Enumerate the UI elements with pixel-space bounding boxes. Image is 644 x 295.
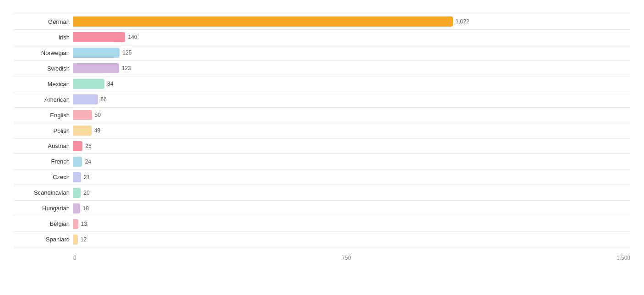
bar-track: 123 (73, 63, 630, 73)
bar-fill (73, 188, 81, 198)
bar-label: German (14, 18, 73, 25)
bar-row: English50 (14, 108, 630, 123)
bar-track: 13 (73, 219, 630, 229)
bar-fill (73, 32, 125, 42)
bar-value: 125 (122, 49, 131, 56)
bar-track: 24 (73, 157, 630, 167)
x-tick: 0 (73, 255, 76, 261)
bar-track: 18 (73, 203, 630, 213)
x-tick: 1,500 (617, 255, 630, 261)
bar-label: Mexican (14, 81, 73, 87)
bar-row: Belgian13 (14, 216, 630, 232)
bar-label: Scandinavian (14, 189, 73, 196)
bar-label: Polish (14, 127, 73, 134)
bar-label: Spaniard (14, 236, 73, 243)
x-axis: 07501,500 (73, 255, 630, 261)
bar-value: 18 (83, 205, 89, 212)
bar-row: Hungarian18 (14, 201, 630, 216)
bar-fill (73, 110, 92, 120)
bar-fill (73, 157, 82, 167)
bar-label: Hungarian (14, 205, 73, 212)
bar-row: Norwegian125 (14, 45, 630, 61)
bar-row: American66 (14, 92, 630, 108)
bar-row: Mexican84 (14, 76, 630, 92)
bar-fill (73, 141, 82, 151)
bar-label: French (14, 158, 73, 165)
bar-track: 49 (73, 126, 630, 136)
bar-row: Polish49 (14, 123, 630, 139)
bar-value: 84 (107, 81, 113, 87)
bar-row: German1,022 (14, 14, 630, 30)
bar-track: 50 (73, 110, 630, 120)
bar-fill (73, 235, 78, 245)
bar-track: 1,022 (73, 16, 630, 27)
bar-value: 25 (85, 143, 91, 149)
bar-label: Austrian (14, 142, 73, 149)
bar-row: Austrian25 (14, 139, 630, 154)
bar-value: 49 (94, 127, 100, 134)
bar-track: 125 (73, 48, 630, 58)
bar-value: 140 (128, 34, 137, 40)
bar-label: American (14, 96, 73, 103)
bar-fill (73, 219, 78, 229)
chart-container: German1,022Irish140Norwegian125Swedish12… (0, 0, 644, 295)
bar-track: 140 (73, 32, 630, 42)
bar-value: 21 (84, 174, 90, 180)
bar-track: 25 (73, 141, 630, 151)
bar-value: 1,022 (456, 18, 469, 25)
bar-track: 84 (73, 79, 630, 89)
bar-value: 24 (85, 158, 91, 165)
bar-label: Czech (14, 174, 73, 180)
bar-row: French24 (14, 154, 630, 169)
x-tick: 750 (342, 255, 351, 261)
bar-fill (73, 79, 104, 89)
bar-fill (73, 126, 92, 136)
chart-area: German1,022Irish140Norwegian125Swedish12… (14, 14, 630, 261)
bar-row: Irish140 (14, 30, 630, 45)
bar-label: English (14, 112, 73, 119)
bar-track: 21 (73, 172, 630, 182)
bar-label: Irish (14, 34, 73, 41)
bar-fill (73, 63, 119, 73)
bar-fill (73, 94, 98, 104)
bar-value: 50 (95, 112, 101, 118)
bars-section: German1,022Irish140Norwegian125Swedish12… (14, 14, 630, 247)
bar-fill (73, 16, 453, 27)
bar-fill (73, 172, 81, 182)
bar-label: Swedish (14, 65, 73, 72)
bar-track: 12 (73, 235, 630, 245)
bar-row: Swedish123 (14, 61, 630, 76)
bar-label: Norwegian (14, 49, 73, 56)
bar-track: 66 (73, 94, 630, 104)
bar-fill (73, 203, 80, 213)
bar-value: 13 (81, 221, 87, 227)
bar-value: 12 (81, 236, 87, 243)
bar-track: 20 (73, 188, 630, 198)
bar-value: 20 (83, 190, 89, 196)
bar-row: Spaniard12 (14, 232, 630, 247)
bar-row: Czech21 (14, 169, 630, 185)
bar-label: Belgian (14, 220, 73, 227)
bar-fill (73, 48, 120, 58)
bar-value: 66 (101, 96, 107, 103)
bar-row: Scandinavian20 (14, 185, 630, 201)
bar-value: 123 (122, 65, 131, 71)
